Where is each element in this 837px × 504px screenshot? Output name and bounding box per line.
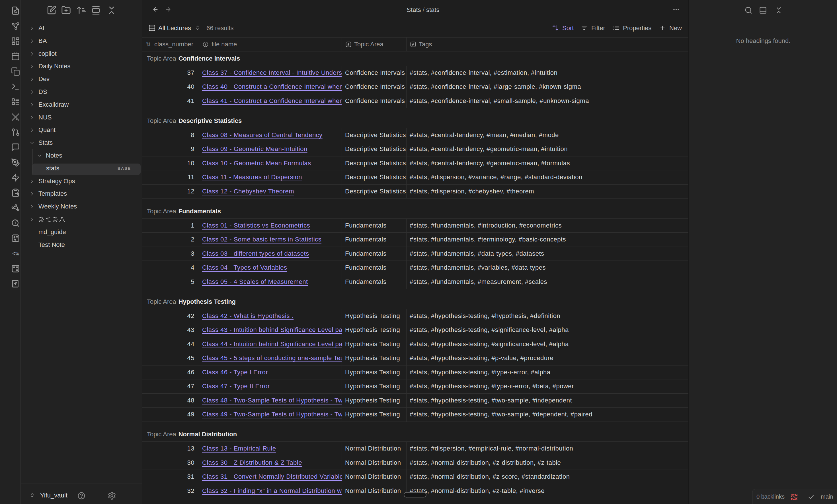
svg-text:<%: <% — [12, 251, 19, 257]
